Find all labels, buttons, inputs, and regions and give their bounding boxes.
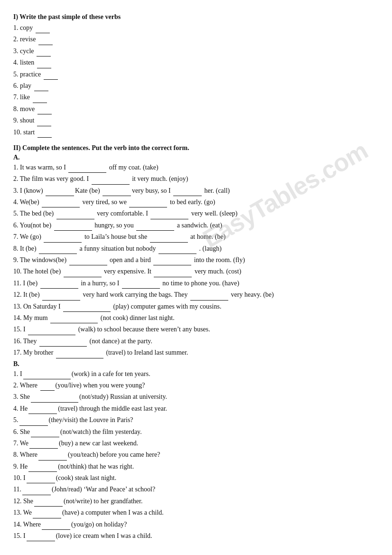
list-item: 8. It (be) a funny situation but nobody … [13,244,377,254]
section2: II) Complete the sentences. Put the verb… [13,144,377,542]
list-item: 13. We(have) a computer when I was a chi… [13,508,377,518]
list-item: 5. practice [13,69,377,80]
list-item: 9. shout [13,115,377,126]
list-item: 9. The windows(be) open and a bird into … [13,255,377,265]
list-item: 3. cycle [13,46,377,56]
list-item: 8. move [13,104,377,114]
list-item: 2. revise [13,34,377,45]
subsection-b: B. [13,360,377,368]
list-item: 7. We (go) to Laila’s house but she at h… [13,232,377,242]
list-item: 10. start [13,127,377,138]
list-item: 2. Where (you/live) when you were young? [13,380,377,391]
list-item: 5.(they/visit) the Louvre in Paris? [13,415,377,425]
list-item: 17. My brother (travel) to Ireland last … [13,348,377,358]
list-item: 5. The bed (be) very comfortable. I very… [13,208,377,219]
list-item: 10. I(cook) steak last night. [13,473,377,483]
list-item: 7. like [13,92,377,103]
list-item: 4. We(be) very tired, so we to bed early… [13,197,377,207]
list-item: 12. She(not/write) to her grandfather. [13,496,377,507]
list-item: 6. play [13,81,377,91]
section1-title: I) Write the past simple of these verbs [13,13,377,21]
list-item: 4. He(travel) through the middle east la… [13,404,377,414]
list-item: 1. copy [13,23,377,33]
list-item: 2. The film was very good. I it very muc… [13,174,377,184]
list-item: 14. Where(you/go) on holiday? [13,519,377,530]
list-item: 12. It (be) very hard work carrying the … [13,290,377,300]
list-item: 4. listen [13,57,377,68]
list-item: 6. You(not be) hungry, so you a sandwich… [13,220,377,231]
list-item: 11.(John/read) ‘War and Peace’ at school… [13,484,377,495]
list-item: 1. I(work) in a cafe for ten years. [13,369,377,379]
list-item: 6. She(not/watch) the film yesterday. [13,427,377,437]
list-item: 14. My mum (not cook) dinner last night. [13,313,377,323]
list-item: 16. They (not dance) at the party. [13,336,377,347]
list-item: 13. On Saturday I (play) computer games … [13,301,377,312]
list-item: 11. I (be) in a hurry, so I no time to p… [13,278,377,289]
list-item: 8. Where(you/teach) before you came here… [13,450,377,460]
list-item: 15. I (walk) to school because there wer… [13,324,377,335]
list-item: 7. We(buy) a new car last weekend. [13,438,377,449]
list-item: 3. She(not/study) Russian at university. [13,392,377,402]
subsection-a: A. [13,154,377,161]
list-item: 10. The hotel (be) very expensive. It ve… [13,266,377,277]
list-item: 1. It was warm, so I off my coat. (take) [13,162,377,173]
section1: I) Write the past simple of these verbs … [13,13,377,138]
list-item: 15. I(love) ice cream when I was a child… [13,531,377,541]
section2-title: II) Complete the sentences. Put the verb… [13,144,377,152]
list-item: 9. He(not/think) that he was right. [13,461,377,472]
list-item: 3. I (know) Kate (be) very busy, so I he… [13,186,377,196]
